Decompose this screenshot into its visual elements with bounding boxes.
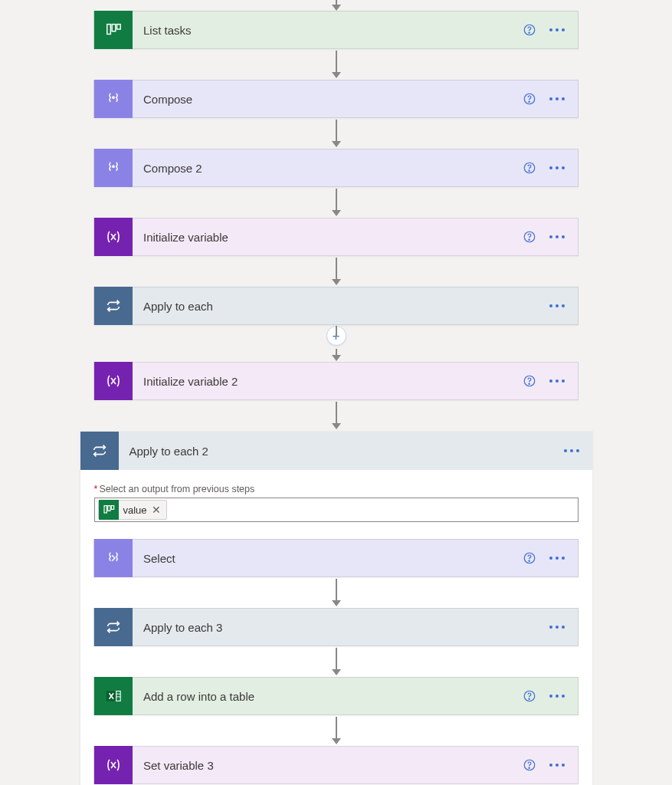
planner-icon	[99, 500, 119, 520]
help-icon[interactable]	[523, 23, 536, 37]
svg-point-21	[529, 239, 529, 240]
connector-arrow[interactable]	[332, 646, 341, 677]
step-apply-to-each-3[interactable]: Apply to each 3	[93, 608, 579, 646]
step-label: List tasks	[133, 24, 523, 37]
step-apply-to-each-2[interactable]: Apply to each 2	[80, 432, 592, 470]
svg-point-19	[562, 166, 565, 169]
svg-point-58	[549, 764, 552, 767]
help-icon[interactable]	[523, 689, 536, 703]
step-add-row-into-table[interactable]: Add a row into a table	[93, 677, 579, 715]
svg-point-60	[562, 764, 565, 767]
planner-icon	[94, 11, 133, 49]
excel-icon	[94, 677, 133, 715]
token-remove-icon[interactable]: ✕	[152, 504, 161, 516]
more-icon[interactable]	[549, 235, 565, 239]
variable-icon	[94, 746, 133, 784]
compose-icon	[94, 149, 133, 187]
svg-rect-2	[117, 25, 121, 29]
connector-arrow[interactable]	[332, 577, 341, 608]
more-icon[interactable]	[549, 694, 565, 698]
svg-point-4	[529, 32, 529, 33]
dynamic-token-value[interactable]: value ✕	[98, 500, 167, 520]
svg-point-23	[556, 235, 559, 238]
svg-point-35	[576, 449, 579, 452]
svg-point-41	[549, 557, 552, 560]
svg-point-44	[549, 626, 552, 629]
svg-point-32	[562, 379, 565, 383]
connector-arrow[interactable]	[332, 400, 341, 431]
svg-point-6	[556, 28, 559, 31]
help-icon[interactable]	[523, 161, 536, 175]
connector-arrow[interactable]	[332, 715, 341, 746]
svg-point-5	[549, 28, 552, 31]
compose-icon	[94, 80, 133, 118]
svg-point-14	[113, 166, 114, 167]
step-label: Apply to each 3	[133, 621, 549, 634]
svg-point-12	[556, 97, 559, 100]
output-select-input[interactable]: value ✕	[94, 498, 579, 522]
more-icon[interactable]	[549, 556, 565, 560]
step-list-tasks[interactable]: List tasks	[93, 11, 579, 49]
connector-arrow[interactable]: +	[326, 325, 346, 362]
svg-point-13	[562, 97, 565, 100]
svg-point-54	[556, 695, 559, 698]
select-icon	[94, 539, 133, 577]
loop-icon	[94, 287, 133, 325]
step-initialize-variable-2[interactable]: Initialize variable 2	[93, 362, 579, 400]
step-label: Initialize variable	[133, 231, 523, 244]
svg-point-24	[562, 235, 565, 238]
more-icon[interactable]	[549, 763, 565, 767]
step-label: Apply to each 2	[119, 445, 563, 458]
svg-point-29	[529, 383, 529, 384]
step-compose-2[interactable]: Compose 2	[93, 149, 579, 187]
help-icon[interactable]	[523, 230, 536, 244]
step-select[interactable]: Select	[93, 539, 579, 577]
svg-point-31	[556, 379, 559, 383]
svg-point-22	[549, 235, 552, 238]
variable-icon	[94, 218, 133, 256]
svg-rect-36	[104, 506, 107, 513]
more-icon[interactable]	[549, 304, 565, 308]
svg-point-7	[562, 28, 565, 31]
more-icon[interactable]	[549, 379, 565, 383]
step-label: Select	[133, 552, 523, 565]
connector-arrow[interactable]	[332, 187, 341, 218]
svg-point-16	[529, 170, 529, 171]
connector-arrow[interactable]	[332, 118, 341, 149]
help-icon[interactable]	[523, 374, 536, 388]
svg-rect-1	[112, 25, 116, 31]
loop-icon	[80, 432, 119, 470]
svg-rect-38	[111, 506, 113, 510]
svg-rect-37	[107, 506, 110, 511]
svg-point-26	[556, 304, 559, 307]
more-icon[interactable]	[549, 166, 565, 170]
connector-arrow[interactable]	[332, 256, 341, 287]
svg-point-55	[562, 695, 565, 698]
step-initialize-variable[interactable]: Initialize variable	[93, 218, 579, 256]
step-label: Apply to each	[133, 300, 549, 313]
more-icon[interactable]	[549, 97, 565, 101]
svg-point-59	[556, 764, 559, 767]
svg-point-42	[556, 557, 559, 560]
svg-point-45	[556, 626, 559, 629]
svg-rect-0	[107, 25, 111, 34]
step-compose[interactable]: Compose	[93, 80, 579, 118]
more-icon[interactable]	[549, 625, 565, 629]
step-set-variable-3[interactable]: Set variable 3	[93, 746, 579, 784]
help-icon[interactable]	[523, 758, 536, 772]
svg-point-52	[529, 698, 529, 699]
svg-point-18	[556, 166, 559, 169]
help-icon[interactable]	[523, 92, 536, 106]
more-icon[interactable]	[549, 28, 565, 32]
step-apply-to-each[interactable]: Apply to each	[93, 287, 579, 325]
variable-icon	[94, 362, 133, 400]
token-label: value	[123, 504, 147, 516]
svg-point-46	[562, 626, 565, 629]
help-icon[interactable]	[523, 551, 536, 565]
step-label: Add a row into a table	[133, 690, 523, 703]
svg-point-34	[570, 449, 573, 452]
connector-arrow[interactable]	[332, 49, 341, 80]
svg-point-27	[562, 304, 565, 307]
svg-point-17	[549, 166, 552, 169]
more-icon[interactable]	[563, 448, 580, 453]
